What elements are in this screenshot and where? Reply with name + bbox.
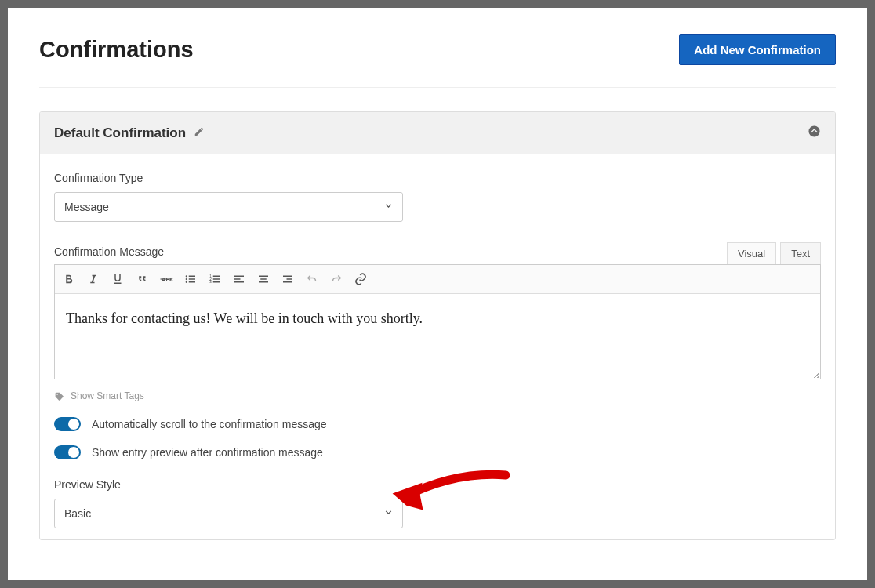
svg-point-4 [186,278,187,280]
auto-scroll-label: Automatically scroll to the confirmation… [92,418,327,430]
underline-icon[interactable] [107,268,129,290]
svg-rect-15 [234,278,241,280]
link-icon[interactable] [350,268,372,290]
ordered-list-icon[interactable]: 123 [204,268,226,290]
svg-rect-19 [259,281,268,283]
confirmation-message-label: Confirmation Message [54,245,164,258]
auto-scroll-toggle[interactable] [54,417,81,431]
show-entry-preview-label: Show entry preview after confirmation me… [92,446,323,459]
confirmation-panel: Default Confirmation Confirmation Type M… [39,111,836,540]
text-tab[interactable]: Text [780,242,821,264]
visual-tab[interactable]: Visual [727,242,776,264]
chevron-up-circle-icon[interactable] [808,125,821,141]
svg-point-2 [186,275,187,277]
panel-title: Default Confirmation [54,125,186,141]
confirmation-type-value[interactable]: Message [54,192,403,222]
message-text: Thanks for contacting us! We will be in … [66,308,809,329]
align-left-icon[interactable] [228,268,250,290]
align-right-icon[interactable] [277,268,299,290]
tags-icon [54,391,64,401]
redo-icon[interactable] [325,268,347,290]
svg-rect-7 [189,281,195,283]
svg-rect-13 [213,281,220,283]
preview-style-label: Preview Style [54,478,821,491]
preview-style-value[interactable]: Basic [54,499,403,528]
svg-rect-18 [260,278,267,280]
svg-rect-11 [213,278,220,280]
bold-icon[interactable] [58,268,80,290]
smart-tags-label: Show Smart Tags [71,390,144,401]
svg-rect-14 [234,276,244,278]
svg-rect-21 [287,278,293,280]
blockquote-icon[interactable] [131,268,153,290]
align-center-icon[interactable] [252,268,274,290]
rich-text-editor: ABC 123 Thanks for contacting us! We wil… [54,264,821,379]
svg-rect-20 [283,276,292,278]
strikethrough-icon[interactable]: ABC [155,268,177,290]
editor-content[interactable]: Thanks for contacting us! We will be in … [55,294,820,379]
italic-icon[interactable] [82,268,104,290]
resize-handle-icon[interactable] [811,369,820,379]
svg-rect-16 [234,281,244,283]
svg-rect-22 [283,281,292,283]
show-entry-preview-toggle[interactable] [54,445,81,459]
undo-icon[interactable] [301,268,323,290]
svg-rect-5 [189,278,195,280]
page-title: Confirmations [39,37,194,63]
show-smart-tags-link[interactable]: Show Smart Tags [54,390,821,401]
preview-style-select[interactable]: Basic [54,499,403,528]
svg-text:3: 3 [209,280,212,284]
bullet-list-icon[interactable] [180,268,202,290]
add-confirmation-button[interactable]: Add New Confirmation [679,34,836,65]
confirmation-type-select[interactable]: Message [54,192,403,222]
pencil-icon[interactable] [194,126,205,140]
editor-toolbar: ABC 123 [55,265,820,294]
panel-header[interactable]: Default Confirmation [40,112,835,154]
svg-point-6 [186,281,187,283]
svg-rect-9 [213,276,220,278]
svg-rect-17 [259,276,268,278]
confirmation-type-label: Confirmation Type [54,172,821,184]
divider [39,87,836,88]
svg-rect-3 [189,276,195,278]
